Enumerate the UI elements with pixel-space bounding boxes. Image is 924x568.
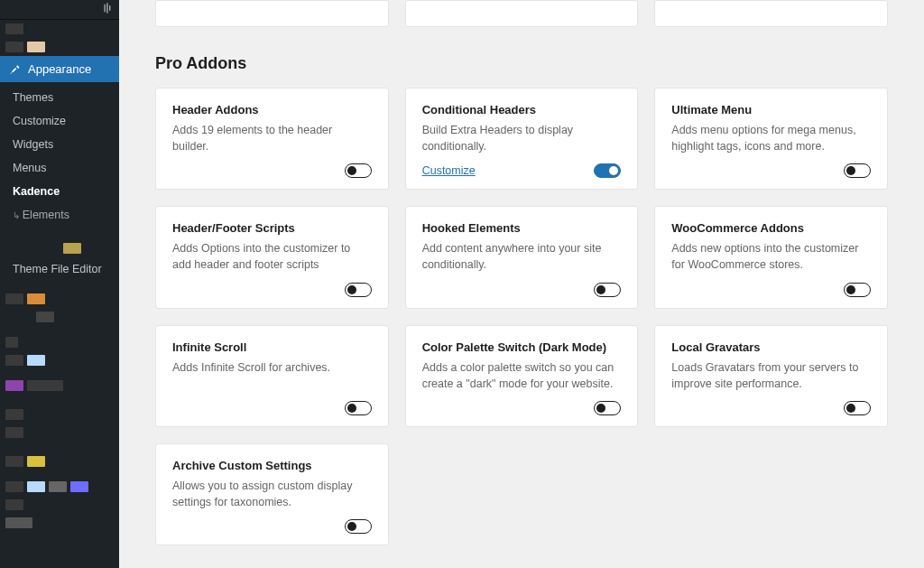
addon-card-title: Archive Custom Settings xyxy=(172,459,372,472)
addon-toggle[interactable] xyxy=(594,283,621,297)
submenu-item-customize[interactable]: Customize xyxy=(0,109,119,133)
sidebar-placeholder xyxy=(0,514,119,532)
addon-card-title: Header Addons xyxy=(172,103,372,116)
addon-toggle[interactable] xyxy=(844,401,871,415)
menu-appearance-label: Appearance xyxy=(28,62,91,76)
addon-card-title: WooCommerce Addons xyxy=(671,221,871,235)
addon-customize-link[interactable]: Customize xyxy=(422,164,476,177)
addon-toggle[interactable] xyxy=(345,283,372,297)
addon-card: Infinite ScrollAdds Infinite Scroll for … xyxy=(155,325,389,427)
appearance-submenu: ThemesCustomizeWidgetsMenusKadenceElemen… xyxy=(0,82,119,284)
svg-rect-2 xyxy=(109,5,110,11)
sidebar-placeholder xyxy=(0,478,119,496)
ghost-card xyxy=(405,0,639,27)
addon-toggle[interactable] xyxy=(844,283,871,297)
addon-card-footer xyxy=(671,283,871,297)
addon-card-footer xyxy=(422,401,622,415)
addon-card-desc: Adds new options into the customizer for… xyxy=(671,240,871,273)
addon-card: Header/Footer ScriptsAdds Options into t… xyxy=(155,206,389,308)
submenu-item-menus[interactable]: Menus xyxy=(0,156,119,180)
addon-card-footer: Customize xyxy=(422,163,622,178)
addon-toggle[interactable] xyxy=(844,163,871,178)
addon-card-desc: Build Extra Headers to display condition… xyxy=(422,122,622,154)
addon-card-footer xyxy=(172,163,372,178)
addons-grid: Header AddonsAdds 19 elements to the hea… xyxy=(155,88,888,545)
sidebar-placeholder xyxy=(0,424,119,442)
addon-card-desc: Adds Infinite Scroll for archives. xyxy=(172,359,372,392)
addon-card-footer xyxy=(671,163,871,178)
sidebar-placeholder xyxy=(0,377,119,395)
submenu-item-theme-file-editor[interactable]: Theme File Editor xyxy=(0,257,119,281)
addon-card-desc: Allows you to assign custom display sett… xyxy=(172,478,372,510)
main-content: Pro Addons Header AddonsAdds 19 elements… xyxy=(119,0,924,568)
addon-card-title: Hooked Elements xyxy=(422,221,622,235)
sidebar-placeholder xyxy=(0,20,119,38)
collapse-icon[interactable] xyxy=(103,2,116,17)
section-title: Pro Addons xyxy=(155,54,888,73)
svg-rect-0 xyxy=(104,5,105,12)
addon-card-footer xyxy=(671,401,871,415)
sidebar-placeholder xyxy=(0,38,119,56)
addon-card-title: Conditional Headers xyxy=(422,103,622,116)
brush-icon xyxy=(9,63,22,76)
addon-toggle[interactable] xyxy=(345,163,372,178)
addon-card: WooCommerce AddonsAdds new options into … xyxy=(654,206,888,308)
addon-card: Archive Custom SettingsAllows you to ass… xyxy=(155,443,389,545)
addon-card-desc: Adds 19 elements to the header builder. xyxy=(172,122,372,154)
addon-card-desc: Adds menu options for mega menus, highli… xyxy=(671,122,871,154)
addon-toggle[interactable] xyxy=(594,401,621,415)
addon-card: Hooked ElementsAdd content anywhere into… xyxy=(405,206,639,308)
sidebar-placeholder xyxy=(0,351,119,369)
svg-rect-1 xyxy=(106,3,107,13)
addon-card-footer xyxy=(172,283,372,297)
addon-card-footer xyxy=(172,519,372,534)
addon-card-desc: Adds a color palette switch so you can c… xyxy=(422,359,622,392)
sidebar-placeholder xyxy=(0,405,119,424)
ghost-card xyxy=(654,0,888,27)
addon-card: Header AddonsAdds 19 elements to the hea… xyxy=(155,88,389,190)
addon-toggle[interactable] xyxy=(594,163,621,178)
addon-card-footer xyxy=(422,283,622,297)
addon-card-footer xyxy=(172,401,372,415)
submenu-item-themes[interactable]: Themes xyxy=(0,86,119,109)
addon-card: Color Palette Switch (Dark Mode)Adds a c… xyxy=(405,325,639,427)
admin-toolbar xyxy=(0,0,119,20)
addon-card-desc: Add content anywhere into your site cond… xyxy=(422,240,622,273)
sidebar-placeholder xyxy=(0,496,119,514)
addon-card-desc: Loads Gravatars from your servers to imp… xyxy=(671,359,871,392)
addon-card-title: Header/Footer Scripts xyxy=(172,221,372,235)
sidebar-placeholder xyxy=(0,333,119,351)
addon-toggle[interactable] xyxy=(345,401,372,415)
addon-card: Local GravatarsLoads Gravatars from your… xyxy=(654,325,888,427)
addon-card: Ultimate MenuAdds menu options for mega … xyxy=(654,88,888,190)
submenu-item-elements[interactable]: Elements xyxy=(0,203,119,227)
addon-card-title: Local Gravatars xyxy=(671,340,871,354)
menu-appearance[interactable]: Appearance xyxy=(0,56,119,82)
addon-card-title: Color Palette Switch (Dark Mode) xyxy=(422,340,622,354)
submenu-item-kadence[interactable]: Kadence xyxy=(0,180,119,203)
addon-toggle[interactable] xyxy=(345,519,372,534)
sidebar-placeholder xyxy=(0,239,119,257)
sidebar-placeholder xyxy=(0,452,119,470)
addon-card-title: Infinite Scroll xyxy=(172,340,372,354)
submenu-item-widgets[interactable]: Widgets xyxy=(0,133,119,156)
sidebar-placeholder xyxy=(0,290,119,308)
addon-card: Conditional HeadersBuild Extra Headers t… xyxy=(405,88,639,190)
ghost-card xyxy=(155,0,389,27)
ghost-cards-row xyxy=(155,0,888,27)
sidebar-placeholder xyxy=(0,308,119,326)
addon-card-title: Ultimate Menu xyxy=(671,103,871,116)
addon-card-desc: Adds Options into the customizer to add … xyxy=(172,240,372,273)
admin-sidebar: Appearance ThemesCustomizeWidgetsMenusKa… xyxy=(0,0,119,568)
